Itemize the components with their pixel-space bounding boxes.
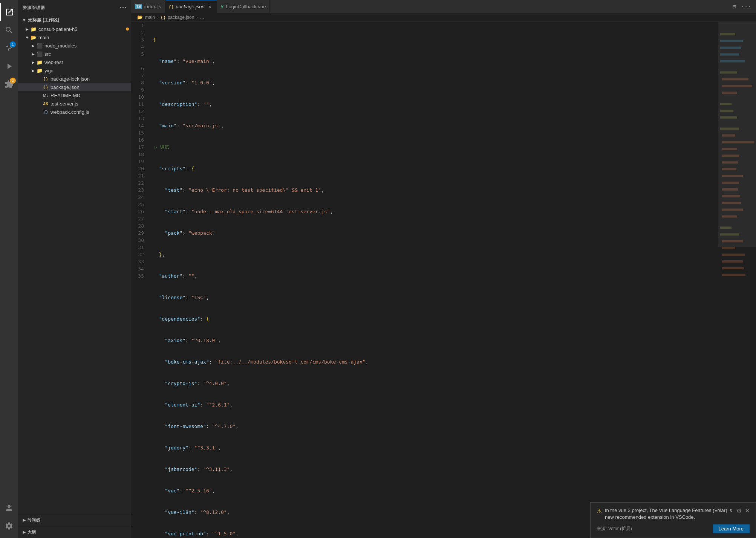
ln16: 16 [131, 136, 147, 144]
breadcrumb-main[interactable]: main [145, 15, 155, 20]
sidebar-item-src[interactable]: ▶ ⬛ src [18, 50, 131, 58]
ln5b [131, 58, 147, 65]
timeline-section: ▶ 时间线 [18, 514, 131, 526]
ln28: 28 [131, 222, 147, 229]
timeline-arrow: ▶ [23, 518, 26, 522]
svg-rect-30 [722, 247, 735, 249]
search-activity-icon[interactable] [0, 21, 18, 39]
code-line-16: "crypto-js": "^4.0.0", [153, 380, 718, 387]
tab-label: LoginCallback.vue [226, 4, 266, 9]
ln35: 35 [131, 272, 147, 280]
ln25: 25 [131, 201, 147, 208]
svg-rect-34 [722, 274, 745, 276]
timeline-header[interactable]: ▶ 时间线 [18, 516, 131, 524]
extensions-activity-icon[interactable]: 2 [0, 75, 18, 93]
ln11: 11 [131, 101, 147, 108]
split-editor-button[interactable]: ⊟ [731, 2, 738, 11]
ln13: 13 [131, 115, 147, 122]
svg-rect-35 [718, 22, 756, 247]
outline-arrow: ▶ [23, 530, 26, 534]
main-area: TS index.ts { } package.json × V LoginCa… [131, 0, 756, 538]
timeline-label: 时间线 [28, 517, 41, 523]
code-area[interactable]: { "name": "vue-main", "version": "1.0.0"… [150, 22, 718, 538]
run-activity-icon[interactable] [0, 57, 18, 75]
breadcrumb: 📂 main › { } package.json › ... [131, 13, 756, 22]
ln14: 14 [131, 122, 147, 129]
tab-bar: TS index.ts { } package.json × V LoginCa… [131, 0, 756, 13]
ln1: 1 [131, 22, 147, 29]
ln33: 33 [131, 258, 147, 265]
breadcrumb-package-json[interactable]: package.json [168, 15, 194, 20]
sidebar-item-label: yigo [44, 68, 131, 73]
editor-content: 1 2 3 4 5 6 7 8 9 10 11 12 13 14 15 16 1… [131, 22, 756, 538]
code-line-10: }, [153, 251, 718, 258]
breadcrumb-folder-icon: 📂 [137, 15, 143, 20]
json-icon: { } [42, 84, 49, 90]
activity-bar: 1 2 [0, 0, 18, 538]
code-line-17: "element-ui": "^2.6.1", [153, 401, 718, 408]
tab-index-ts[interactable]: TS index.ts [131, 0, 165, 13]
code-line-debug: ▷ 调试 [153, 144, 718, 151]
notification-close-button[interactable]: ✕ [745, 507, 750, 514]
outline-header[interactable]: ▶ 大纲 [18, 528, 131, 536]
source-control-activity-icon[interactable]: 1 [0, 39, 18, 57]
sidebar-more-button[interactable]: ··· [120, 4, 127, 12]
code-line-3: "version": "1.0.0", [153, 79, 718, 86]
account-activity-icon[interactable] [0, 499, 18, 517]
sidebar-item-main[interactable]: ▼ 📂 main [18, 33, 131, 41]
code-line-8: "start": "node --max_old_space_size=6144… [153, 208, 718, 215]
explorer-activity-icon[interactable] [0, 3, 18, 21]
code-line-7: "test": "echo \"Error: no test specified… [153, 186, 718, 194]
notification-actions: Learn More [713, 524, 750, 533]
md-icon: M↓ [42, 92, 49, 99]
breadcrumb-sep1: › [157, 15, 159, 20]
more-actions-button[interactable]: ··· [739, 2, 753, 11]
sidebar-item-webpack-config[interactable]: ⬡ webpack.config.js [18, 108, 131, 116]
tab-login-callback[interactable]: V LoginCallback.vue [217, 0, 270, 13]
webpack-icon: ⬡ [42, 109, 49, 115]
breadcrumb-sep2: › [196, 15, 198, 20]
sidebar: 资源管理器 ··· ▼ 无标题 (工作区) ▶ 📁 consult-patien… [18, 0, 131, 538]
sidebar-item-web-test[interactable]: ▶ 📁 web-test [18, 58, 131, 66]
learn-more-button[interactable]: Learn More [713, 524, 750, 533]
code-line-11: "author": "", [153, 272, 718, 280]
breadcrumb-ellipsis[interactable]: ... [200, 15, 204, 20]
ln32: 32 [131, 251, 147, 258]
sidebar-item-readme[interactable]: M↓ README.MD [18, 91, 131, 99]
sidebar-item-label: web-test [44, 60, 131, 65]
sidebar-item-package-lock[interactable]: { } package-lock.json [18, 75, 131, 83]
sidebar-item-label: main [38, 35, 131, 40]
js-icon: JS [42, 100, 49, 107]
debug-label: 调试 [159, 144, 169, 151]
json-icon: { } [42, 75, 49, 82]
settings-activity-icon[interactable] [0, 517, 18, 535]
editor[interactable]: 1 2 3 4 5 6 7 8 9 10 11 12 13 14 15 16 1… [131, 22, 756, 538]
ln9: 9 [131, 86, 147, 93]
notification-settings-button[interactable]: ⚙ [736, 507, 742, 514]
debug-play-icon[interactable]: ▷ [155, 144, 157, 151]
sidebar-item-package-json[interactable]: { } package.json [18, 83, 131, 91]
ln29: 29 [131, 229, 147, 237]
code-line-13: "dependencies": { [153, 315, 718, 322]
sidebar-item-label: node_modules [44, 43, 131, 49]
sidebar-item-test-server[interactable]: JS test-server.js [18, 99, 131, 108]
ln15: 15 [131, 129, 147, 136]
ln2: 2 [131, 29, 147, 36]
code-line-19: "jquery": "^3.3.1", [153, 444, 718, 451]
outline-section: ▶ 大纲 [18, 526, 131, 538]
close-tab-button[interactable]: × [207, 4, 213, 10]
ts-icon: TS [135, 4, 142, 9]
sidebar-item-yigo[interactable]: ▶ 📁 yigo [18, 66, 131, 75]
sidebar-header: 资源管理器 ··· [18, 0, 131, 15]
sidebar-item-consult-patient-h5[interactable]: ▶ 📁 consult-patient-h5 [18, 25, 131, 33]
ln22: 22 [131, 179, 147, 186]
folder-icon: 📁 [36, 59, 43, 66]
tab-package-json[interactable]: { } package.json × [165, 0, 217, 13]
workspace-label[interactable]: ▼ 无标题 (工作区) [18, 15, 131, 25]
sidebar-item-node-modules[interactable]: ▶ ⬛ node_modules [18, 41, 131, 50]
workspace-arrow: ▼ [21, 17, 27, 23]
file-tree: ▼ 无标题 (工作区) ▶ 📁 consult-patient-h5 ▼ 📂 m… [18, 15, 131, 514]
workspace-title: 无标题 (工作区) [28, 17, 59, 23]
ln3: 3 [131, 36, 147, 43]
ln7: 7 [131, 72, 147, 79]
